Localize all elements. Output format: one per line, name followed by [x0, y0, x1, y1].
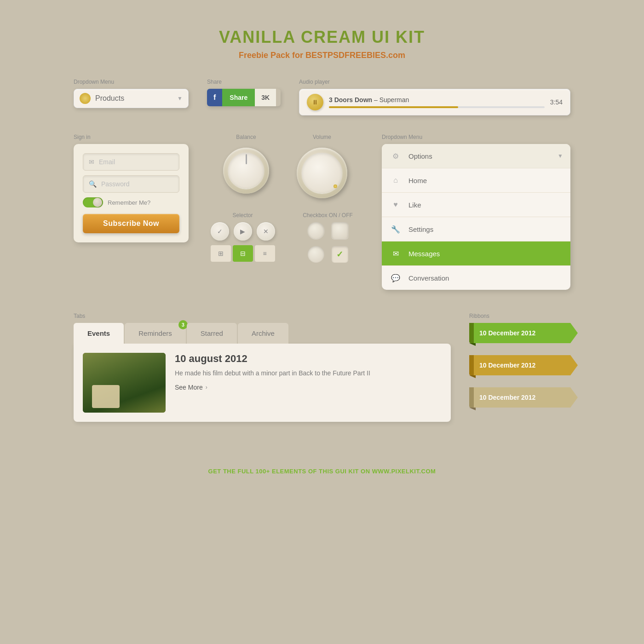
footer-link[interactable]: WWW.PIXELKIT.COM — [372, 468, 436, 475]
balance-label: Balance — [236, 134, 256, 140]
audio-player: ⏸ 3 Doors Down – Superman 3:54 — [299, 89, 570, 115]
gear-icon: ⚙ — [389, 150, 402, 162]
balance-group: Balance — [223, 134, 269, 198]
checkbox-section: Checkbox ON / OFF ✓ — [292, 212, 363, 263]
remember-toggle[interactable] — [83, 197, 103, 207]
audio-info: 3 Doors Down – Superman — [329, 96, 545, 108]
subscribe-button[interactable]: Subscribe Now — [83, 214, 179, 233]
dropdown2-section: Dropdown Menu ⚙ Options ▼ ⌂ Home ♥ Like … — [382, 134, 570, 290]
checkbox-on[interactable]: ✓ — [332, 246, 348, 263]
footer: GET THE FULL 100+ ELEMENTS OF THIS GUI K… — [74, 449, 570, 493]
pause-icon: ⏸ — [312, 98, 318, 106]
ribbon-green-wrap: 10 December 2012 — [469, 323, 570, 343]
facebook-icon[interactable]: f — [207, 89, 222, 106]
ribbon-gold[interactable]: 10 December 2012 — [469, 355, 570, 375]
tabs-section: Tabs Events Reminders 3 Starred Archive — [74, 313, 451, 422]
arrow-right-icon: › — [206, 384, 207, 391]
dropdown1[interactable]: Products ▼ — [74, 89, 189, 108]
selector-checkbox-row: Selector ✓ ▶ ✕ ⊞ ⊟ ≡ Checkbox ON / OFF — [207, 212, 363, 263]
ribbon-gold-wrap: 10 December 2012 — [469, 355, 570, 375]
home-icon: ⌂ — [389, 174, 402, 187]
ribbon-tan[interactable]: 10 December 2012 — [469, 387, 570, 408]
page-subtitle: Freebie Pack for BESTPSDFREEBIES.com — [74, 51, 570, 60]
radio-off[interactable] — [308, 222, 324, 239]
lock-icon: 🔍 — [89, 180, 97, 188]
dropdown1-label: Dropdown Menu — [74, 79, 189, 85]
header: VANILLA CREAM UI KIT Freebie Pack for BE… — [74, 0, 570, 79]
chat-icon: 💬 — [389, 271, 402, 284]
dropdown2-item-conversation[interactable]: 💬 Conversation — [382, 266, 570, 290]
ribbons-section: Ribbons 10 December 2012 — [469, 313, 570, 408]
ribbon-tan-wrap: 10 December 2012 — [469, 387, 570, 408]
dropdown1-icon — [80, 93, 91, 104]
wrench-icon: 🔧 — [389, 223, 402, 236]
dropdown2-item-options[interactable]: ⚙ Options ▼ — [382, 144, 570, 168]
balance-knob[interactable] — [223, 148, 269, 194]
event-info: 10 august 2012 He made his film debut wi… — [175, 353, 442, 391]
share-button[interactable]: Share — [222, 89, 255, 106]
volume-knob[interactable] — [297, 148, 347, 198]
see-more-link[interactable]: See More › — [175, 384, 442, 391]
volume-dot — [334, 184, 337, 188]
volume-group: Volume — [297, 134, 347, 198]
toggle-knob — [93, 198, 102, 207]
event-date: 10 august 2012 — [175, 353, 442, 365]
tile-view-tab[interactable]: ⊟ — [233, 245, 253, 262]
ribbon-green[interactable]: 10 December 2012 — [469, 323, 570, 343]
view-tabs: ⊞ ⊟ ≡ — [211, 245, 275, 262]
dropdown2-item-messages[interactable]: ✉ Messages — [382, 242, 570, 266]
signin-form: ✉ Email 🔍 Password Remember Me? Subscrib… — [74, 144, 189, 242]
ribbon-group: 10 December 2012 10 December 2012 — [469, 323, 570, 408]
event-item: 10 august 2012 He made his film debut wi… — [83, 353, 442, 413]
event-image-overlay — [92, 385, 120, 408]
audio-progress-bar[interactable] — [329, 106, 545, 108]
selector-x-btn[interactable]: ✕ — [257, 222, 275, 241]
checkbox-grid: ✓ — [308, 222, 348, 263]
email-field-group[interactable]: ✉ Email — [83, 153, 179, 171]
heart-icon: ♥ — [389, 198, 402, 211]
password-field-group[interactable]: 🔍 Password — [83, 175, 179, 193]
checkbox-off[interactable] — [332, 222, 348, 239]
grid-view-tab[interactable]: ⊞ — [211, 245, 231, 262]
reminders-badge: 3 — [178, 320, 188, 329]
dropdown1-value: Products — [95, 94, 177, 103]
selector-play-btn[interactable]: ▶ — [234, 222, 252, 241]
messages-icon: ✉ — [389, 247, 402, 260]
tab-starred[interactable]: Starred — [187, 323, 237, 344]
row1: Dropdown Menu Products ▼ Share f Share 3… — [74, 79, 570, 115]
selector-section: Selector ✓ ▶ ✕ ⊞ ⊟ ≡ — [207, 212, 278, 263]
event-description: He made his film debut with a minor part… — [175, 368, 442, 378]
dropdown2-item-settings[interactable]: 🔧 Settings — [382, 217, 570, 242]
tabs-label: Tabs — [74, 313, 451, 319]
checkbox-label: Checkbox ON / OFF — [303, 212, 353, 218]
balance-knob-inner — [228, 153, 264, 189]
tab-events[interactable]: Events — [74, 323, 124, 344]
list-view-tab[interactable]: ≡ — [255, 245, 275, 262]
balance-marker — [246, 154, 247, 164]
dropdown1-section: Dropdown Menu Products ▼ — [74, 79, 189, 108]
volume-label: Volume — [313, 134, 331, 140]
selector-label: Selector — [232, 212, 253, 218]
dropdown2-item-home[interactable]: ⌂ Home — [382, 168, 570, 193]
signin-section: Sign in ✉ Email 🔍 Password Remember Me? … — [74, 134, 189, 242]
radio-on[interactable] — [308, 246, 324, 263]
tab-reminders[interactable]: Reminders 3 — [125, 323, 186, 344]
chevron-down-icon: ▼ — [177, 95, 183, 102]
signin-label: Sign in — [74, 134, 189, 140]
audio-pause-button[interactable]: ⏸ — [307, 94, 323, 110]
page-title: VANILLA CREAM UI KIT — [74, 28, 570, 47]
remember-group: Remember Me? — [83, 197, 179, 207]
selector-check-btn[interactable]: ✓ — [211, 222, 229, 241]
tab-archive[interactable]: Archive — [238, 323, 288, 344]
email-icon: ✉ — [89, 158, 94, 166]
row3: Tabs Events Reminders 3 Starred Archive — [74, 313, 570, 422]
audio-label: Audio player — [299, 79, 570, 85]
chevron-down-icon: ▼ — [558, 153, 563, 159]
dropdown2-item-like[interactable]: ♥ Like — [382, 193, 570, 217]
volume-knob-inner — [302, 153, 342, 193]
row2: Sign in ✉ Email 🔍 Password Remember Me? … — [74, 134, 570, 290]
share-count: 3K — [255, 89, 276, 106]
email-placeholder: Email — [99, 158, 115, 166]
share-label: Share — [207, 79, 281, 85]
audio-section: Audio player ⏸ 3 Doors Down – Superman 3… — [299, 79, 570, 115]
